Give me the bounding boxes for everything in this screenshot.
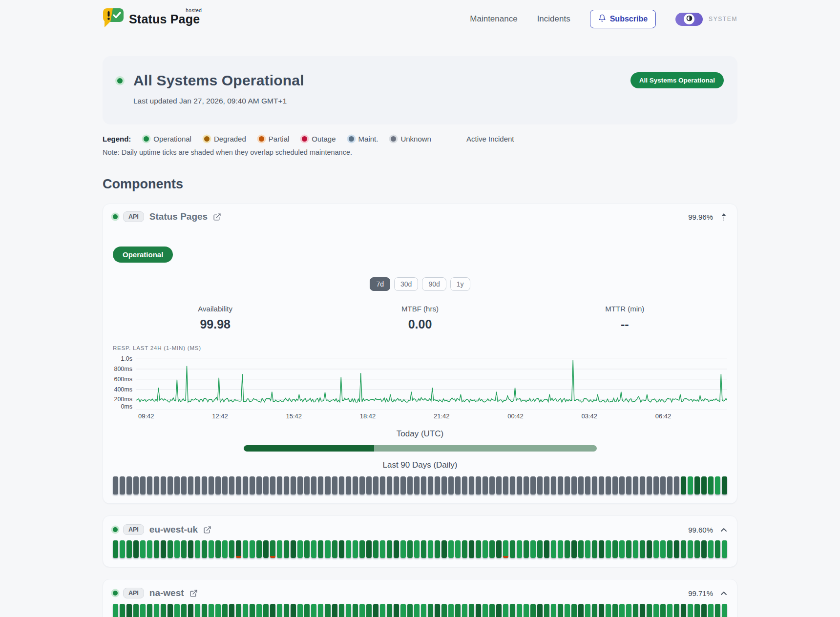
- uptime-day-tick[interactable]: [373, 540, 378, 558]
- uptime-day-tick[interactable]: [606, 604, 611, 617]
- component-header-na-west[interactable]: API na-west 99.71%: [113, 587, 727, 598]
- uptime-day-tick[interactable]: [291, 604, 296, 617]
- uptime-day-tick[interactable]: [476, 604, 481, 617]
- uptime-day-tick[interactable]: [517, 540, 522, 558]
- uptime-day-tick[interactable]: [530, 540, 536, 558]
- uptime-day-tick[interactable]: [311, 476, 316, 494]
- uptime-day-tick[interactable]: [503, 476, 508, 494]
- uptime-day-tick[interactable]: [174, 540, 180, 558]
- uptime-day-tick[interactable]: [373, 476, 378, 494]
- uptime-day-tick[interactable]: [174, 476, 180, 494]
- subscribe-button[interactable]: Subscribe: [590, 10, 656, 28]
- uptime-day-tick[interactable]: [469, 540, 474, 558]
- uptime-day-tick[interactable]: [311, 604, 316, 617]
- uptime-day-tick[interactable]: [688, 540, 693, 558]
- uptime-day-tick[interactable]: [510, 476, 515, 494]
- uptime-day-tick[interactable]: [571, 540, 577, 558]
- uptime-day-tick[interactable]: [359, 476, 365, 494]
- uptime-day-tick[interactable]: [633, 540, 638, 558]
- uptime-day-tick[interactable]: [250, 476, 255, 494]
- uptime-day-tick[interactable]: [359, 540, 365, 558]
- uptime-day-tick[interactable]: [667, 604, 672, 617]
- uptime-day-tick[interactable]: [715, 540, 720, 558]
- uptime-day-tick[interactable]: [195, 540, 200, 558]
- uptime-day-tick[interactable]: [565, 540, 570, 558]
- uptime-day-tick[interactable]: [304, 604, 310, 617]
- uptime-day-tick[interactable]: [133, 476, 139, 494]
- range-1y-button[interactable]: 1y: [450, 277, 470, 291]
- uptime-day-tick[interactable]: [469, 604, 474, 617]
- uptime-day-tick[interactable]: [715, 604, 720, 617]
- uptime-day-tick[interactable]: [188, 476, 193, 494]
- uptime-day-tick[interactable]: [626, 476, 631, 494]
- uptime-day-tick[interactable]: [236, 540, 241, 558]
- chevron-up-icon[interactable]: [720, 591, 727, 596]
- uptime-day-tick[interactable]: [222, 540, 228, 558]
- uptime-day-tick[interactable]: [263, 540, 269, 558]
- uptime-day-tick[interactable]: [113, 540, 118, 558]
- uptime-day-tick[interactable]: [318, 604, 323, 617]
- uptime-day-tick[interactable]: [181, 604, 187, 617]
- uptime-day-tick[interactable]: [647, 604, 652, 617]
- uptime-day-tick[interactable]: [694, 540, 700, 558]
- uptime-day-tick[interactable]: [120, 476, 125, 494]
- uptime-day-tick[interactable]: [168, 476, 173, 494]
- uptime-day-tick[interactable]: [469, 476, 474, 494]
- uptime-day-tick[interactable]: [339, 476, 344, 494]
- uptime-day-tick[interactable]: [660, 540, 666, 558]
- uptime-day-tick[interactable]: [353, 604, 358, 617]
- uptime-day-tick[interactable]: [161, 540, 166, 558]
- uptime-day-tick[interactable]: [297, 540, 303, 558]
- uptime-day-tick[interactable]: [571, 604, 577, 617]
- uptime-day-tick[interactable]: [688, 476, 693, 494]
- uptime-day-tick[interactable]: [394, 604, 399, 617]
- uptime-day-tick[interactable]: [653, 476, 659, 494]
- uptime-day-tick[interactable]: [551, 604, 556, 617]
- uptime-day-tick[interactable]: [161, 476, 166, 494]
- uptime-day-tick[interactable]: [667, 476, 672, 494]
- uptime-day-tick[interactable]: [195, 476, 200, 494]
- uptime-day-tick[interactable]: [250, 540, 255, 558]
- uptime-day-tick[interactable]: [530, 476, 536, 494]
- uptime-day-tick[interactable]: [168, 540, 173, 558]
- uptime-day-tick[interactable]: [366, 476, 372, 494]
- uptime-day-tick[interactable]: [633, 604, 638, 617]
- uptime-day-tick[interactable]: [325, 476, 330, 494]
- uptime-day-tick[interactable]: [120, 540, 125, 558]
- uptime-day-tick[interactable]: [339, 604, 344, 617]
- uptime-day-tick[interactable]: [120, 604, 125, 617]
- uptime-day-tick[interactable]: [140, 540, 146, 558]
- uptime-day-tick[interactable]: [653, 540, 659, 558]
- uptime-day-tick[interactable]: [209, 604, 214, 617]
- uptime-day-tick[interactable]: [414, 540, 420, 558]
- uptime-day-tick[interactable]: [462, 476, 467, 494]
- uptime-day-tick[interactable]: [332, 540, 337, 558]
- uptime-day-tick[interactable]: [612, 540, 618, 558]
- uptime-day-tick[interactable]: [558, 540, 563, 558]
- uptime-day-tick[interactable]: [202, 604, 207, 617]
- uptime-day-tick[interactable]: [592, 604, 597, 617]
- uptime-day-tick[interactable]: [674, 540, 679, 558]
- uptime-day-tick[interactable]: [517, 604, 522, 617]
- uptime-day-tick[interactable]: [297, 476, 303, 494]
- uptime-day-tick[interactable]: [387, 540, 392, 558]
- uptime-day-tick[interactable]: [551, 476, 556, 494]
- theme-toggle[interactable]: [675, 13, 703, 26]
- uptime-day-tick[interactable]: [243, 540, 248, 558]
- uptime-day-tick[interactable]: [263, 604, 269, 617]
- uptime-day-tick[interactable]: [414, 604, 420, 617]
- uptime-day-tick[interactable]: [503, 540, 508, 558]
- uptime-day-tick[interactable]: [599, 540, 604, 558]
- uptime-day-tick[interactable]: [592, 476, 597, 494]
- uptime-day-tick[interactable]: [126, 604, 132, 617]
- uptime-day-tick[interactable]: [441, 540, 447, 558]
- uptime-day-tick[interactable]: [462, 540, 467, 558]
- uptime-day-tick[interactable]: [353, 476, 358, 494]
- uptime-day-tick[interactable]: [537, 540, 543, 558]
- uptime-day-tick[interactable]: [366, 604, 372, 617]
- uptime-day-tick[interactable]: [113, 476, 118, 494]
- uptime-day-tick[interactable]: [147, 476, 152, 494]
- uptime-day-tick[interactable]: [380, 540, 385, 558]
- uptime-day-tick[interactable]: [455, 476, 461, 494]
- uptime-day-tick[interactable]: [304, 540, 310, 558]
